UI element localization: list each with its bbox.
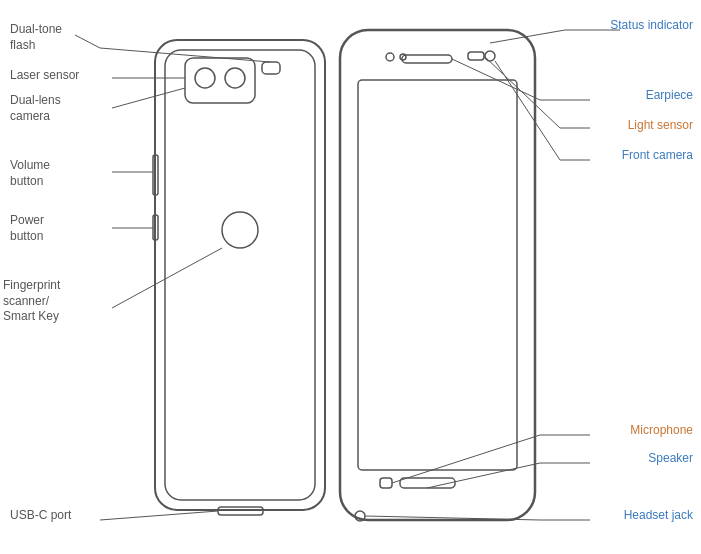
svg-line-21: [75, 35, 100, 48]
svg-point-8: [222, 212, 258, 248]
svg-line-23: [112, 88, 185, 108]
label-front-camera: Front camera: [622, 148, 693, 164]
svg-point-4: [225, 68, 245, 88]
label-headset-jack: Headset jack: [624, 508, 693, 524]
svg-line-28: [490, 30, 565, 43]
svg-rect-5: [262, 62, 280, 74]
svg-rect-0: [155, 40, 325, 510]
svg-point-3: [195, 68, 215, 88]
svg-rect-18: [380, 478, 392, 488]
svg-line-32: [484, 56, 560, 128]
svg-rect-12: [402, 55, 452, 63]
label-power-button: Powerbutton: [10, 213, 44, 244]
svg-line-38: [427, 463, 540, 488]
svg-line-26: [112, 248, 222, 308]
svg-rect-17: [400, 478, 455, 488]
svg-rect-15: [468, 52, 484, 60]
label-microphone: Microphone: [630, 423, 693, 439]
label-laser-sensor: Laser sensor: [10, 68, 79, 84]
label-light-sensor: Light sensor: [628, 118, 693, 134]
label-dual-lens-camera: Dual-lenscamera: [10, 93, 61, 124]
label-earpiece: Earpiece: [646, 88, 693, 104]
svg-point-16: [485, 51, 495, 61]
label-volume-button: Volumebutton: [10, 158, 50, 189]
label-status-indicator: Status indicator: [610, 18, 693, 34]
label-dual-tone-flash: Dual-toneflash: [10, 22, 62, 53]
label-speaker: Speaker: [648, 451, 693, 467]
svg-rect-1: [165, 50, 315, 500]
label-fingerprint-scanner: Fingerprintscanner/Smart Key: [3, 278, 60, 325]
diagram-container: Dual-toneflash Laser sensor Dual-lenscam…: [0, 0, 701, 554]
svg-line-27: [100, 511, 218, 520]
svg-line-34: [495, 61, 560, 160]
svg-point-13: [386, 53, 394, 61]
svg-line-36: [392, 435, 540, 483]
label-usb-c-port: USB-C port: [10, 508, 71, 524]
svg-rect-11: [358, 80, 517, 470]
